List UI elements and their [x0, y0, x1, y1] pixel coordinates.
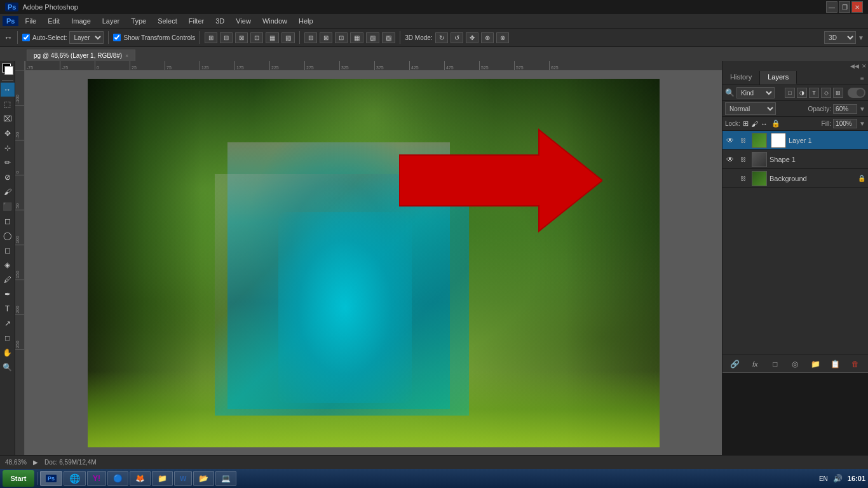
panel-collapse-btn[interactable]: ◀◀	[850, 63, 859, 69]
3d-scale-btn[interactable]: ⊗	[496, 32, 509, 43]
lasso-tool-btn[interactable]: ⌧	[1, 112, 15, 126]
auto-select-dropdown[interactable]: Layer Group	[69, 31, 104, 44]
panel-menu-btn[interactable]: ≡	[857, 71, 868, 85]
taskbar-computer-item[interactable]: 💻	[215, 471, 236, 486]
new-group-btn[interactable]: 📁	[810, 358, 821, 370]
menu-ps[interactable]: Ps	[3, 16, 18, 26]
distribute3-btn[interactable]: ⊡	[335, 32, 348, 43]
taskbar-firefox-item[interactable]: 🦊	[130, 471, 151, 486]
menu-view[interactable]: View	[231, 16, 256, 26]
hand-btn[interactable]: ✋	[1, 346, 15, 360]
auto-select-checkbox[interactable]	[22, 34, 30, 41]
eraser-btn[interactable]: ◯	[1, 229, 15, 243]
align-center-btn[interactable]: ⊟	[220, 32, 233, 43]
filter-toggle[interactable]	[848, 88, 865, 98]
add-style-btn[interactable]: fx	[749, 358, 761, 370]
shape-btn[interactable]: □	[1, 331, 15, 345]
canvas-container[interactable]	[25, 71, 722, 455]
volume-icon[interactable]: 🔊	[833, 474, 843, 483]
heal-btn[interactable]: ⊘	[1, 170, 15, 184]
eyedropper-btn[interactable]: ✏	[1, 156, 15, 170]
shape1-visibility[interactable]: 👁	[725, 154, 735, 165]
distribute6-btn[interactable]: ▨	[382, 32, 395, 43]
marquee-tool-btn[interactable]: ⬚	[1, 97, 15, 111]
taskbar-ie-item[interactable]: 🌐	[64, 471, 86, 486]
taskbar-yahoo-item[interactable]: Y!	[87, 471, 106, 486]
path-select-btn[interactable]: ↗	[1, 316, 15, 330]
menu-file[interactable]: File	[20, 16, 41, 26]
layer-item-background[interactable]: 👁 ⛓ Background 🔒	[722, 169, 868, 188]
menu-filter[interactable]: Filter	[184, 16, 209, 26]
lock-image-btn[interactable]: 🖌	[751, 120, 758, 128]
dodge-btn[interactable]: 🖊	[1, 273, 15, 287]
brush-btn[interactable]: 🖌	[1, 185, 15, 199]
menu-help[interactable]: Help	[294, 16, 318, 26]
distribute-btn[interactable]: ⊟	[304, 32, 317, 43]
type-btn[interactable]: T	[1, 302, 15, 316]
taskbar-ps-item[interactable]: Ps	[40, 471, 62, 486]
start-button[interactable]: Start	[3, 470, 34, 487]
align-top-btn[interactable]: ⊡	[250, 32, 263, 43]
add-mask-btn[interactable]: □	[770, 358, 781, 370]
close-button[interactable]: ✕	[851, 1, 863, 13]
filter-shape-btn[interactable]: ◇	[821, 88, 831, 98]
taskbar-chrome-item[interactable]: 🔵	[107, 471, 128, 486]
quick-select-btn[interactable]: ✥	[1, 126, 15, 140]
minimize-button[interactable]: —	[826, 1, 837, 13]
3d-roll-btn[interactable]: ↺	[451, 32, 463, 43]
tab-close-btn[interactable]: ×	[125, 53, 128, 59]
menu-select[interactable]: Select	[153, 16, 182, 26]
taskbar-word-item[interactable]: W	[174, 471, 192, 486]
3d-rotate-btn[interactable]: ↻	[435, 32, 448, 43]
maximize-button[interactable]: ❐	[839, 1, 850, 13]
3d-slide-btn[interactable]: ⊕	[481, 32, 494, 43]
gradient-btn[interactable]: ◻	[1, 243, 15, 257]
blend-mode-select[interactable]: Normal Multiply Screen Overlay	[725, 102, 776, 115]
menu-window[interactable]: Window	[257, 16, 292, 26]
fill-dropdown-arrow[interactable]: ▼	[859, 120, 865, 127]
new-layer-btn[interactable]: 📋	[830, 358, 841, 370]
taskbar-explorer-item[interactable]: 📂	[193, 471, 214, 486]
align-bottom-btn[interactable]: ▧	[281, 32, 295, 43]
delete-layer-btn[interactable]: 🗑	[850, 358, 861, 370]
zoom-btn[interactable]: 🔍	[1, 360, 15, 374]
panel-close-btn[interactable]: ✕	[862, 63, 867, 69]
filter-pixel-btn[interactable]: □	[785, 88, 795, 98]
align-middle-btn[interactable]: ▦	[266, 32, 279, 43]
menu-type[interactable]: Type	[126, 16, 151, 26]
layer-item-shape1[interactable]: 👁 ⛓ Shape 1	[722, 150, 868, 169]
lock-all-btn[interactable]: 🔒	[771, 119, 780, 128]
color-swatches[interactable]	[1, 62, 15, 76]
opacity-dropdown-arrow[interactable]: ▼	[859, 105, 865, 112]
3d-select-dropdown[interactable]: 3D	[824, 31, 856, 44]
distribute4-btn[interactable]: ▦	[350, 32, 363, 43]
clone-btn[interactable]: ⬛	[1, 200, 15, 214]
new-fill-btn[interactable]: ◎	[789, 358, 801, 370]
filter-type-btn[interactable]: T	[809, 88, 819, 98]
tab-layers[interactable]: Layers	[760, 71, 797, 85]
tab-history[interactable]: History	[722, 71, 760, 85]
opacity-input[interactable]	[833, 104, 857, 114]
menu-image[interactable]: Image	[66, 16, 96, 26]
fill-input[interactable]	[833, 119, 857, 128]
menu-3d[interactable]: 3D	[210, 16, 229, 26]
menu-layer[interactable]: Layer	[97, 16, 125, 26]
lock-transparent-btn[interactable]: ⊞	[743, 119, 749, 128]
3d-pan-btn[interactable]: ✥	[466, 32, 478, 43]
layer-item-layer1[interactable]: 👁 ⛓ Layer 1	[722, 131, 868, 150]
menu-edit[interactable]: Edit	[43, 16, 65, 26]
bg-visibility[interactable]: 👁	[725, 173, 735, 184]
layer1-visibility[interactable]: 👁	[725, 135, 735, 146]
pen-btn[interactable]: ✒	[1, 287, 15, 301]
lock-position-btn[interactable]: ↔	[761, 120, 768, 128]
filter-smart-btn[interactable]: ⊞	[833, 88, 843, 98]
show-transform-checkbox[interactable]	[113, 34, 121, 41]
distribute5-btn[interactable]: ▧	[366, 32, 379, 43]
align-left-btn[interactable]: ⊞	[205, 32, 217, 43]
distribute2-btn[interactable]: ⊠	[320, 32, 332, 43]
taskbar-folder-item[interactable]: 📁	[152, 471, 173, 486]
kind-filter-select[interactable]: Kind Name Effect Mode	[736, 87, 775, 98]
history-brush-btn[interactable]: ◻	[1, 214, 15, 228]
blur-btn[interactable]: ◈	[1, 258, 15, 272]
crop-tool-btn[interactable]: ⊹	[1, 141, 15, 155]
